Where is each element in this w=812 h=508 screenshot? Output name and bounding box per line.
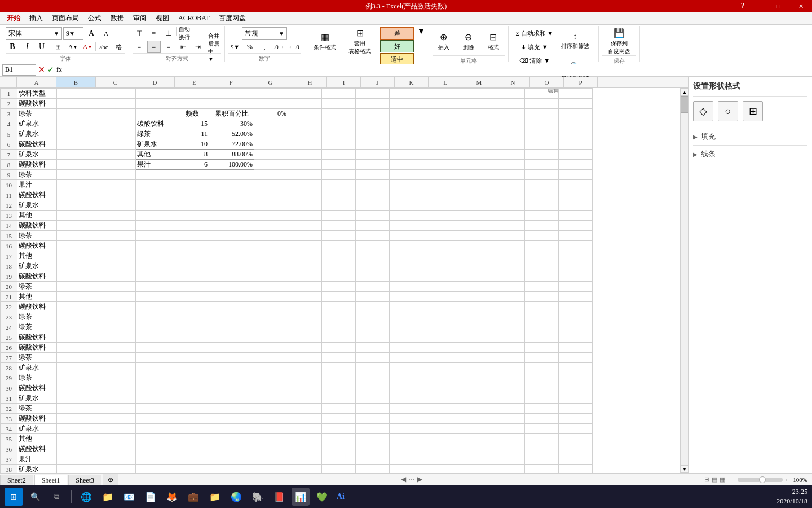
cell-r29-c9[interactable] — [322, 373, 356, 383]
cell-r21-c6[interactable] — [209, 292, 254, 302]
cell-r21-c4[interactable] — [136, 292, 175, 302]
cell-r16-c2[interactable] — [57, 241, 96, 251]
align-left-btn[interactable]: ≡ — [133, 41, 146, 53]
insert-btn[interactable]: ⊕ 插入 — [433, 27, 455, 55]
cell-r12-c1[interactable]: 矿泉水 — [17, 200, 57, 211]
cell-r33-c10[interactable] — [356, 414, 390, 424]
cell-r19-c13[interactable] — [457, 271, 491, 282]
cell-r35-c5[interactable] — [175, 434, 209, 444]
cell-r16-c14[interactable] — [491, 241, 525, 251]
merge-btn[interactable]: 合并后居中 ▼ — [208, 41, 221, 53]
cell-r18-c13[interactable] — [457, 261, 491, 271]
cell-r26-c8[interactable] — [288, 343, 322, 353]
cell-r8-c10[interactable] — [356, 160, 390, 170]
cell-r22-c16[interactable] — [559, 302, 593, 312]
cell-r15-c16[interactable] — [559, 231, 593, 241]
grid-scroll[interactable]: 1饮料类型2碳酸饮料3绿茶频数累积百分比0%4矿泉水碳酸饮料1530%5矿泉水绿… — [0, 88, 680, 473]
cell-r27-c5[interactable] — [175, 353, 209, 363]
cell-r27-c15[interactable] — [525, 353, 559, 363]
cell-r9-c11[interactable] — [390, 170, 423, 180]
cell-r26-c10[interactable] — [356, 343, 390, 353]
table-row[interactable]: 1饮料类型 — [1, 89, 593, 99]
cell-r16-c3[interactable] — [96, 241, 136, 251]
cell-r33-c8[interactable] — [288, 414, 322, 424]
cell-r32-c15[interactable] — [525, 404, 559, 414]
cell-r17-c9[interactable] — [322, 251, 356, 261]
cell-r27-c14[interactable] — [491, 353, 525, 363]
cell-r19-c6[interactable] — [209, 271, 254, 282]
cell-r32-c3[interactable] — [96, 404, 136, 414]
cell-r16-c10[interactable] — [356, 241, 390, 251]
cell-r3-c6[interactable]: 累积百分比 — [209, 109, 254, 119]
conditional-format-btn[interactable]: ▦ 条件格式 — [308, 27, 342, 55]
cell-r13-c8[interactable] — [288, 211, 322, 221]
cell-r11-c7[interactable] — [254, 190, 288, 200]
cell-r27-c7[interactable] — [254, 353, 288, 363]
cell-r22-c15[interactable] — [525, 302, 559, 312]
cell-r25-c14[interactable] — [491, 332, 525, 343]
cell-r8-c2[interactable] — [57, 160, 96, 170]
cell-r10-c1[interactable]: 果汁 — [17, 180, 57, 190]
cell-r37-c16[interactable] — [559, 454, 593, 465]
cell-r19-c1[interactable]: 碳酸饮料 — [17, 271, 57, 282]
cell-r18-c5[interactable] — [175, 261, 209, 271]
cell-r38-c11[interactable] — [390, 465, 423, 474]
close-btn[interactable]: ✕ — [789, 0, 812, 12]
cell-r26-c11[interactable] — [390, 343, 423, 353]
cell-r14-c6[interactable] — [209, 221, 254, 231]
cell-r7-c16[interactable] — [559, 150, 593, 160]
cell-r30-c7[interactable] — [254, 383, 288, 393]
cell-r9-c3[interactable] — [96, 170, 136, 180]
cell-r13-c10[interactable] — [356, 211, 390, 221]
cell-r17-c12[interactable] — [423, 251, 457, 261]
save-baidu-btn[interactable]: 💾 保存到 百度网盘 — [602, 27, 636, 55]
cell-r1-c7[interactable] — [254, 89, 288, 99]
cell-r30-c11[interactable] — [390, 383, 423, 393]
cell-r30-c9[interactable] — [322, 383, 356, 393]
cell-r10-c6[interactable] — [209, 180, 254, 190]
cell-r28-c13[interactable] — [457, 363, 491, 373]
table-row[interactable]: 19碳酸饮料 — [1, 271, 593, 282]
cell-r34-c16[interactable] — [559, 424, 593, 434]
cell-r3-c11[interactable] — [390, 109, 423, 119]
cell-r27-c4[interactable] — [136, 353, 175, 363]
cell-r33-c14[interactable] — [491, 414, 525, 424]
cell-r9-c14[interactable] — [491, 170, 525, 180]
cell-r13-c3[interactable] — [96, 211, 136, 221]
cell-r20-c11[interactable] — [390, 282, 423, 292]
cell-r21-c9[interactable] — [322, 292, 356, 302]
table-row[interactable]: 22碳酸饮料 — [1, 302, 593, 312]
cell-r29-c13[interactable] — [457, 373, 491, 383]
cell-r12-c5[interactable] — [175, 200, 209, 211]
autosum-btn[interactable]: Σ 自动求和 ▼ — [512, 27, 557, 40]
cell-r25-c11[interactable] — [390, 332, 423, 343]
table-row[interactable]: 13其他 — [1, 211, 593, 221]
cell-r21-c16[interactable] — [559, 292, 593, 302]
zoom-handle[interactable] — [759, 476, 766, 483]
style-cha[interactable]: 差 — [380, 27, 414, 40]
cell-r24-c3[interactable] — [96, 322, 136, 332]
table-row[interactable]: 11碳酸饮料 — [1, 190, 593, 200]
cell-r30-c13[interactable] — [457, 383, 491, 393]
decrease-decimal-btn[interactable]: ←.0 — [287, 41, 301, 53]
cell-r29-c12[interactable] — [423, 373, 457, 383]
cell-r16-c6[interactable] — [209, 241, 254, 251]
cell-r33-c13[interactable] — [457, 414, 491, 424]
zoom-in-btn[interactable]: + — [785, 476, 788, 483]
cell-r32-c14[interactable] — [491, 404, 525, 414]
cell-r15-c1[interactable]: 绿茶 — [17, 231, 57, 241]
cell-r37-c9[interactable] — [322, 454, 356, 465]
cell-r6-c5[interactable]: 10 — [175, 139, 209, 150]
cell-r23-c7[interactable] — [254, 312, 288, 322]
cell-r32-c7[interactable] — [254, 404, 288, 414]
cell-r7-c15[interactable] — [525, 150, 559, 160]
cell-r22-c7[interactable] — [254, 302, 288, 312]
cell-r1-c15[interactable] — [525, 89, 559, 99]
cell-r26-c12[interactable] — [423, 343, 457, 353]
cell-r14-c11[interactable] — [390, 221, 423, 231]
cell-r19-c10[interactable] — [356, 271, 390, 282]
ppt-btn[interactable]: 📕 — [270, 488, 288, 506]
cell-r38-c10[interactable] — [356, 465, 390, 474]
cell-r28-c14[interactable] — [491, 363, 525, 373]
cell-r33-c11[interactable] — [390, 414, 423, 424]
